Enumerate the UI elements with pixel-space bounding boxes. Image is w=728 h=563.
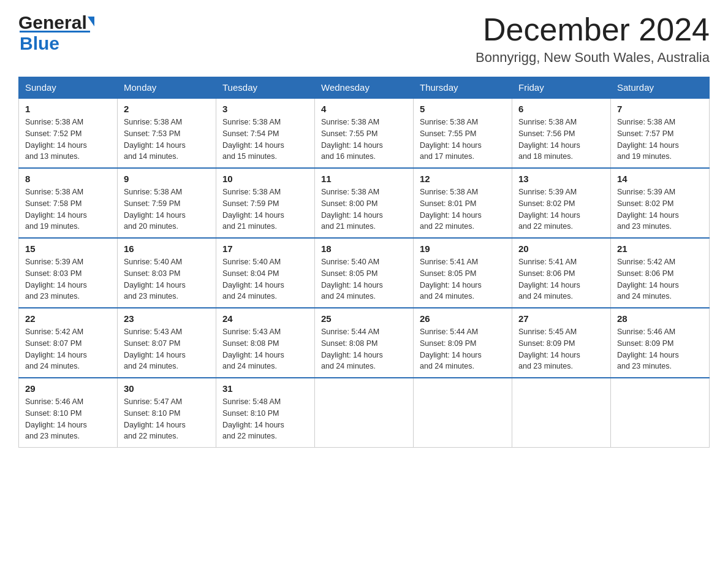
calendar-header-row: SundayMondayTuesdayWednesdayThursdayFrid… — [19, 77, 710, 99]
calendar-cell: 8Sunrise: 5:38 AMSunset: 7:58 PMDaylight… — [19, 168, 118, 238]
calendar-cell — [512, 378, 611, 448]
day-number: 18 — [321, 243, 407, 254]
day-info: Sunrise: 5:38 AMSunset: 7:56 PMDaylight:… — [518, 117, 604, 163]
day-info: Sunrise: 5:40 AMSunset: 8:05 PMDaylight:… — [321, 256, 407, 302]
title-area: December 2024 Bonnyrigg, New South Wales… — [476, 12, 710, 66]
day-info: Sunrise: 5:40 AMSunset: 8:03 PMDaylight:… — [124, 256, 210, 302]
day-number: 17 — [222, 243, 308, 254]
day-info: Sunrise: 5:38 AMSunset: 7:55 PMDaylight:… — [420, 117, 506, 163]
day-number: 15 — [25, 243, 111, 254]
day-number: 24 — [222, 313, 308, 324]
day-info: Sunrise: 5:43 AMSunset: 8:07 PMDaylight:… — [124, 326, 210, 372]
calendar-cell: 13Sunrise: 5:39 AMSunset: 8:02 PMDayligh… — [512, 168, 611, 238]
calendar-cell: 17Sunrise: 5:40 AMSunset: 8:04 PMDayligh… — [216, 238, 315, 308]
calendar-cell: 22Sunrise: 5:42 AMSunset: 8:07 PMDayligh… — [19, 308, 118, 378]
calendar-cell: 29Sunrise: 5:46 AMSunset: 8:10 PMDayligh… — [19, 378, 118, 448]
day-info: Sunrise: 5:40 AMSunset: 8:04 PMDaylight:… — [222, 256, 308, 302]
header-sunday: Sunday — [19, 77, 118, 99]
calendar-cell: 26Sunrise: 5:44 AMSunset: 8:09 PMDayligh… — [414, 308, 512, 378]
day-info: Sunrise: 5:44 AMSunset: 8:09 PMDaylight:… — [420, 326, 506, 372]
day-info: Sunrise: 5:42 AMSunset: 8:07 PMDaylight:… — [25, 326, 111, 372]
calendar-table: SundayMondayTuesdayWednesdayThursdayFrid… — [18, 77, 710, 448]
day-number: 5 — [420, 104, 506, 114]
calendar-cell: 4Sunrise: 5:38 AMSunset: 7:55 PMDaylight… — [315, 98, 414, 168]
calendar-cell — [315, 378, 414, 448]
day-number: 7 — [617, 104, 703, 114]
day-number: 28 — [617, 313, 703, 324]
day-info: Sunrise: 5:38 AMSunset: 7:58 PMDaylight:… — [25, 186, 111, 232]
day-info: Sunrise: 5:38 AMSunset: 8:00 PMDaylight:… — [321, 186, 407, 232]
header-friday: Friday — [512, 77, 611, 99]
calendar-cell: 11Sunrise: 5:38 AMSunset: 8:00 PMDayligh… — [315, 168, 414, 238]
calendar-cell: 25Sunrise: 5:44 AMSunset: 8:08 PMDayligh… — [315, 308, 414, 378]
calendar-cell: 9Sunrise: 5:38 AMSunset: 7:59 PMDaylight… — [118, 168, 216, 238]
day-info: Sunrise: 5:39 AMSunset: 8:03 PMDaylight:… — [25, 256, 111, 302]
calendar-cell: 30Sunrise: 5:47 AMSunset: 8:10 PMDayligh… — [118, 378, 216, 448]
logo-name-black: General — [18, 12, 87, 33]
day-number: 27 — [518, 313, 604, 324]
header-saturday: Saturday — [611, 77, 710, 99]
calendar-cell: 31Sunrise: 5:48 AMSunset: 8:10 PMDayligh… — [216, 378, 315, 448]
day-number: 25 — [321, 313, 407, 324]
day-info: Sunrise: 5:41 AMSunset: 8:06 PMDaylight:… — [518, 256, 604, 302]
day-number: 19 — [420, 243, 506, 254]
calendar-cell: 24Sunrise: 5:43 AMSunset: 8:08 PMDayligh… — [216, 308, 315, 378]
day-info: Sunrise: 5:45 AMSunset: 8:09 PMDaylight:… — [518, 326, 604, 372]
week-row-4: 22Sunrise: 5:42 AMSunset: 8:07 PMDayligh… — [19, 308, 710, 378]
logo-name-blue: Blue — [20, 33, 59, 53]
day-info: Sunrise: 5:48 AMSunset: 8:10 PMDaylight:… — [222, 396, 308, 442]
calendar-cell: 14Sunrise: 5:39 AMSunset: 8:02 PMDayligh… — [611, 168, 710, 238]
day-info: Sunrise: 5:39 AMSunset: 8:02 PMDaylight:… — [518, 186, 604, 232]
day-info: Sunrise: 5:44 AMSunset: 8:08 PMDaylight:… — [321, 326, 407, 372]
calendar-cell: 7Sunrise: 5:38 AMSunset: 7:57 PMDaylight… — [611, 98, 710, 168]
day-info: Sunrise: 5:38 AMSunset: 7:53 PMDaylight:… — [124, 117, 210, 163]
day-number: 4 — [321, 104, 407, 114]
day-number: 1 — [25, 104, 111, 114]
calendar-cell — [414, 378, 512, 448]
calendar-subtitle: Bonnyrigg, New South Wales, Australia — [476, 50, 710, 66]
day-number: 20 — [518, 243, 604, 254]
day-info: Sunrise: 5:47 AMSunset: 8:10 PMDaylight:… — [124, 396, 210, 442]
day-number: 10 — [222, 174, 308, 184]
day-number: 31 — [222, 383, 308, 394]
header-thursday: Thursday — [414, 77, 512, 99]
day-info: Sunrise: 5:38 AMSunset: 7:54 PMDaylight:… — [222, 117, 308, 163]
day-number: 23 — [124, 313, 210, 324]
day-number: 6 — [518, 104, 604, 114]
calendar-cell — [611, 378, 710, 448]
day-info: Sunrise: 5:46 AMSunset: 8:09 PMDaylight:… — [617, 326, 703, 372]
day-info: Sunrise: 5:38 AMSunset: 7:59 PMDaylight:… — [124, 186, 210, 232]
day-number: 3 — [222, 104, 308, 114]
calendar-cell: 20Sunrise: 5:41 AMSunset: 8:06 PMDayligh… — [512, 238, 611, 308]
week-row-3: 15Sunrise: 5:39 AMSunset: 8:03 PMDayligh… — [19, 238, 710, 308]
calendar-cell: 10Sunrise: 5:38 AMSunset: 7:59 PMDayligh… — [216, 168, 315, 238]
week-row-5: 29Sunrise: 5:46 AMSunset: 8:10 PMDayligh… — [19, 378, 710, 448]
day-info: Sunrise: 5:38 AMSunset: 7:59 PMDaylight:… — [222, 186, 308, 232]
day-info: Sunrise: 5:38 AMSunset: 8:01 PMDaylight:… — [420, 186, 506, 232]
day-info: Sunrise: 5:38 AMSunset: 7:55 PMDaylight:… — [321, 117, 407, 163]
day-number: 26 — [420, 313, 506, 324]
calendar-cell: 27Sunrise: 5:45 AMSunset: 8:09 PMDayligh… — [512, 308, 611, 378]
logo: General Blue — [18, 12, 94, 54]
calendar-cell: 12Sunrise: 5:38 AMSunset: 8:01 PMDayligh… — [414, 168, 512, 238]
header-tuesday: Tuesday — [216, 77, 315, 99]
calendar-cell: 21Sunrise: 5:42 AMSunset: 8:06 PMDayligh… — [611, 238, 710, 308]
week-row-1: 1Sunrise: 5:38 AMSunset: 7:52 PMDaylight… — [19, 98, 710, 168]
header-wednesday: Wednesday — [315, 77, 414, 99]
calendar-cell: 1Sunrise: 5:38 AMSunset: 7:52 PMDaylight… — [19, 98, 118, 168]
day-number: 11 — [321, 174, 407, 184]
calendar-cell: 15Sunrise: 5:39 AMSunset: 8:03 PMDayligh… — [19, 238, 118, 308]
calendar-cell: 23Sunrise: 5:43 AMSunset: 8:07 PMDayligh… — [118, 308, 216, 378]
day-info: Sunrise: 5:42 AMSunset: 8:06 PMDaylight:… — [617, 256, 703, 302]
calendar-cell: 19Sunrise: 5:41 AMSunset: 8:05 PMDayligh… — [414, 238, 512, 308]
day-number: 21 — [617, 243, 703, 254]
calendar-cell: 16Sunrise: 5:40 AMSunset: 8:03 PMDayligh… — [118, 238, 216, 308]
calendar-cell: 6Sunrise: 5:38 AMSunset: 7:56 PMDaylight… — [512, 98, 611, 168]
calendar-title: December 2024 — [476, 12, 710, 47]
day-info: Sunrise: 5:38 AMSunset: 7:52 PMDaylight:… — [25, 117, 111, 163]
day-number: 2 — [124, 104, 210, 114]
calendar-cell: 18Sunrise: 5:40 AMSunset: 8:05 PMDayligh… — [315, 238, 414, 308]
day-info: Sunrise: 5:41 AMSunset: 8:05 PMDaylight:… — [420, 256, 506, 302]
calendar-cell: 3Sunrise: 5:38 AMSunset: 7:54 PMDaylight… — [216, 98, 315, 168]
day-number: 12 — [420, 174, 506, 184]
